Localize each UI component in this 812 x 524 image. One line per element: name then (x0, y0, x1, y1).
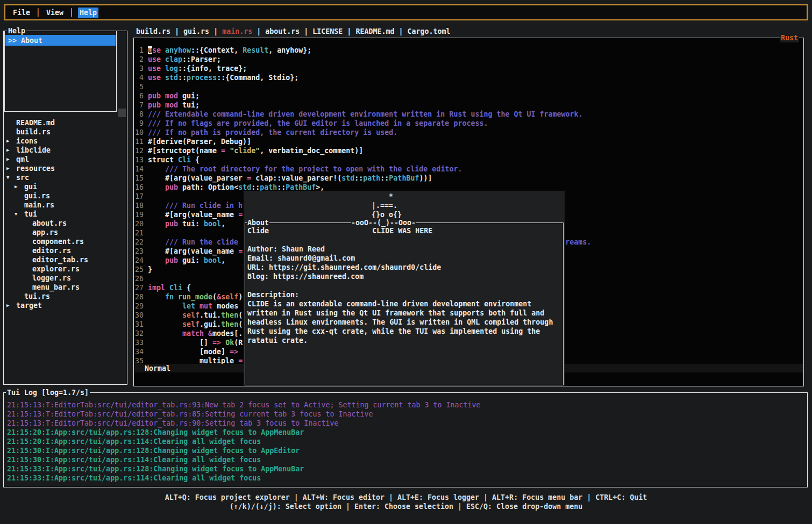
code-line-3[interactable]: 3use log::{info, trace}; (134, 64, 803, 73)
editor-tab-gui-rs[interactable]: gui.rs (183, 27, 209, 35)
explorer-item-libclide[interactable]: ▶libclide (4, 146, 126, 155)
editor-tab-readme-md[interactable]: README.md (355, 27, 394, 35)
explorer-item-src[interactable]: ▼src (4, 173, 126, 182)
help-menu-item-about-label: >> About (8, 36, 42, 45)
code-token: struct (148, 156, 178, 164)
explorer-item-editor-rs[interactable]: editor.rs (4, 246, 126, 255)
line-number: 15 (134, 174, 144, 183)
code-token: process (187, 74, 217, 82)
code-token: Cli (178, 156, 191, 164)
log-entry-info: 21:15:30:I:App:src/tui/app.rs:128:Changi… (7, 446, 806, 455)
explorer-item-about-rs[interactable]: about.rs (4, 219, 126, 228)
line-number: 3 (134, 64, 144, 73)
code-token: [] (148, 339, 212, 347)
explorer-item-label: icons (16, 137, 38, 146)
code-token: run_mode (178, 293, 212, 301)
tui-log-title: Tui Log [log=1.7/s] (6, 388, 90, 397)
editor-tab-about-rs[interactable]: about.rs (265, 27, 300, 35)
editor-tab-main-rs[interactable]: main.rs (222, 27, 252, 35)
explorer-item-label: README.md (16, 118, 55, 127)
about-content-line: written in Rust using the Qt UI framewor… (247, 308, 562, 318)
editor-tab-license[interactable]: LICENSE (312, 27, 343, 35)
code-token: :: (354, 174, 363, 182)
code-token: ) (238, 293, 243, 301)
line-number: 22 (134, 238, 144, 247)
explorer-item-editor_tab-rs[interactable]: editor_tab.rs (4, 255, 126, 264)
line-number: 14 (134, 164, 144, 174)
code-line-10[interactable]: 10/// If no path is provided, the curren… (134, 128, 803, 137)
explorer-item-explorer-rs[interactable]: explorer.rs (4, 264, 126, 274)
explorer-item-readme-md[interactable]: README.md (4, 118, 126, 127)
code-token: #[arg(value_name (148, 247, 238, 255)
code-line-1[interactable]: 1use anyhow::{Context, Result, anyhow}; (134, 46, 803, 55)
line-number: 27 (134, 283, 144, 292)
explorer-item-app-rs[interactable]: app.rs (4, 228, 126, 237)
editor-tab-build-rs[interactable]: build.rs (136, 27, 170, 35)
folder-collapsed-icon: ▶ (6, 137, 16, 146)
menu-item-view[interactable]: View (45, 8, 65, 18)
code-token: => (230, 348, 238, 356)
code-line-5[interactable]: 5 (134, 82, 803, 91)
code-line-8[interactable]: 8/// Extendable command-line driven deve… (134, 110, 803, 119)
code-token (174, 293, 178, 301)
editor-tab-cargo-toml[interactable]: Cargo.toml (407, 27, 450, 35)
code-token (148, 202, 165, 210)
code-token: = (221, 147, 225, 155)
code-line-12[interactable]: 12#[structopt(name = "clide", verbatim_d… (134, 146, 803, 155)
code-token: Ok (225, 339, 234, 347)
tab-separator: | (252, 27, 265, 35)
explorer-item-label: logger.rs (32, 274, 71, 283)
code-token: => (212, 339, 221, 347)
tui-log-panel[interactable]: Tui Log [log=1.7/s] 21:15:13:T:EditorTab… (3, 392, 808, 487)
code-token: mod (165, 92, 178, 100)
explorer-item-gui[interactable]: ▶gui (4, 182, 126, 191)
explorer-item-resources[interactable]: ▶resources (4, 164, 126, 173)
explorer-item-icons[interactable]: ▶icons (4, 137, 126, 146)
explorer-item-label: main.rs (24, 200, 54, 210)
menu-bar[interactable]: File│View│Help (4, 4, 808, 20)
explorer-item-gui-rs[interactable]: gui.rs (4, 191, 126, 200)
explorer-item-main-rs[interactable]: main.rs (4, 200, 126, 210)
code-line-6[interactable]: 6pub mod gui; (134, 91, 803, 101)
folder-expanded-icon: ▼ (15, 210, 24, 219)
menu-separator: │ (69, 8, 74, 17)
code-token: /// The root directory for the project t… (165, 165, 462, 173)
explorer-item-tui[interactable]: ▼tui (4, 210, 126, 219)
explorer-file-tree: README.mdbuild.rs▶icons▶libclide▶qml▶res… (4, 118, 126, 310)
code-token: & (217, 293, 221, 301)
explorer-scrollbar-thumb[interactable] (118, 109, 126, 117)
code-line-15[interactable]: 15 #[arg(value_parser = clap::value_pars… (134, 174, 803, 183)
explorer-item-component-rs[interactable]: component.rs (4, 237, 126, 246)
code-token: :: (178, 74, 187, 82)
code-token: PathBuf (389, 174, 419, 182)
log-entry-info: 21:15:33:I:App:src/tui/app.rs:128:Changi… (7, 464, 806, 473)
explorer-item-tui-rs[interactable]: tui.rs (4, 292, 126, 301)
text-cursor: u (148, 46, 152, 54)
help-menu-item-about[interactable]: >> About (5, 35, 116, 46)
code-line-4[interactable]: 4use std::process::{Command, Stdio}; (134, 73, 803, 82)
menu-item-file[interactable]: File (11, 8, 32, 18)
line-number: 16 (134, 183, 144, 192)
editor-language-badge: Rust (780, 33, 799, 42)
code-line-7[interactable]: 7pub mod tui; (134, 101, 803, 110)
code-line-2[interactable]: 2use clap::Parser; (134, 55, 803, 64)
menu-item-help[interactable]: Help (78, 8, 98, 18)
explorer-item-label: component.rs (32, 237, 84, 246)
help-dropdown-title: Help (7, 26, 26, 35)
line-number: 11 (134, 137, 144, 146)
code-token (204, 329, 208, 338)
explorer-item-logger-rs[interactable]: logger.rs (4, 274, 126, 283)
code-line-9[interactable]: 9/// If no flags are provided, the GUI e… (134, 119, 803, 128)
code-line-13[interactable]: 13struct Cli { (134, 155, 803, 164)
explorer-item-target[interactable]: ▶target (4, 301, 126, 310)
code-line-14[interactable]: 14 /// The root directory for the projec… (134, 164, 803, 174)
code-token: log (165, 64, 178, 73)
code-token: Cli (169, 284, 182, 292)
about-content-line: Clide CLIDE WAS HERE (247, 226, 562, 235)
explorer-item-menu_bar-rs[interactable]: menu_bar.rs (4, 283, 126, 292)
explorer-item-build-rs[interactable]: build.rs (4, 127, 126, 137)
code-token: pub (165, 220, 178, 228)
code-token: use (148, 74, 161, 82)
code-line-11[interactable]: 11#[derive(Parser, Debug)] (134, 137, 803, 146)
explorer-item-qml[interactable]: ▶qml (4, 155, 126, 164)
